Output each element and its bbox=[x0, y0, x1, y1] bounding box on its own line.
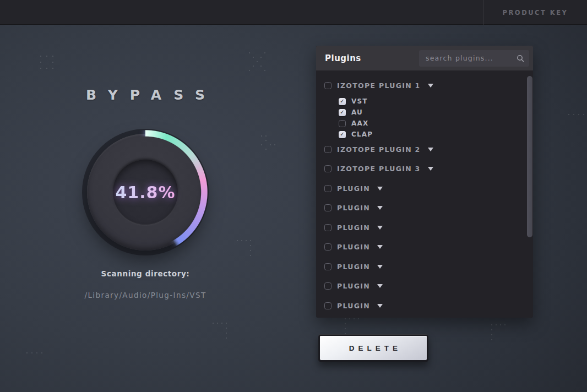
plugin-format-row: AU bbox=[339, 107, 533, 118]
chevron-down-icon[interactable] bbox=[377, 265, 383, 269]
deco-dots bbox=[345, 318, 346, 319]
scanning-label: Scanning directory: bbox=[0, 269, 291, 278]
plugin-label: IZOTOPE PLUGIN 2 bbox=[337, 145, 421, 154]
plugin-search bbox=[419, 50, 529, 67]
plugin-checkbox[interactable] bbox=[324, 185, 331, 192]
deco-dots bbox=[237, 240, 238, 241]
plugin-checkbox[interactable] bbox=[324, 243, 331, 251]
app-background: PRODUCT KEY BYPASS 41.8% Scanning direct… bbox=[0, 0, 587, 392]
plugin-label: AAX bbox=[351, 119, 368, 127]
plugin-row: IZOTOPE PLUGIN 2 bbox=[324, 144, 533, 155]
plugin-label: VST bbox=[351, 97, 368, 105]
plugin-row: PLUGIN bbox=[324, 261, 533, 272]
progress-percent: 41.8% bbox=[115, 183, 175, 202]
delete-button[interactable]: DELETE bbox=[318, 334, 428, 362]
plugin-row: IZOTOPE PLUGIN 1 bbox=[324, 80, 533, 91]
progress-dial: 41.8% bbox=[87, 134, 204, 251]
chevron-down-icon[interactable] bbox=[377, 187, 383, 190]
plugin-row: PLUGIN bbox=[324, 300, 533, 311]
plugin-checkbox[interactable] bbox=[324, 165, 331, 172]
plugin-label: PLUGIN bbox=[337, 204, 370, 212]
plugin-label: PLUGIN bbox=[337, 263, 370, 271]
plugin-format-sublist: VSTAUAAXCLAP bbox=[339, 96, 533, 140]
plugin-checkbox[interactable] bbox=[339, 109, 346, 116]
chevron-down-icon[interactable] bbox=[377, 304, 383, 308]
chevron-down-icon[interactable] bbox=[377, 245, 383, 249]
plugin-label: PLUGIN bbox=[337, 282, 370, 290]
plugin-row: IZOTOPE PLUGIN 3 bbox=[324, 164, 533, 175]
deco-dots bbox=[568, 114, 569, 115]
deco-dots bbox=[491, 324, 492, 325]
plugin-row: PLUGIN bbox=[324, 281, 533, 292]
plugin-label: AU bbox=[351, 108, 363, 116]
plugin-row: PLUGIN bbox=[324, 203, 533, 214]
deco-dots bbox=[249, 52, 250, 53]
plugin-checkbox[interactable] bbox=[339, 131, 346, 138]
plugin-checkbox[interactable] bbox=[324, 302, 331, 309]
plugin-checkbox[interactable] bbox=[324, 82, 331, 89]
plugin-label: CLAP bbox=[351, 130, 373, 138]
plugin-checkbox[interactable] bbox=[324, 146, 331, 153]
chevron-down-icon[interactable] bbox=[428, 84, 433, 88]
deco-dots bbox=[261, 135, 262, 137]
plugin-label: PLUGIN bbox=[337, 243, 370, 251]
progress-dial-center: 41.8% bbox=[113, 160, 178, 225]
deco-dots bbox=[40, 56, 41, 57]
plugin-checkbox[interactable] bbox=[324, 204, 331, 211]
plugins-panel-title: Plugins bbox=[325, 53, 361, 63]
search-input[interactable] bbox=[419, 50, 529, 67]
deco-dots bbox=[26, 352, 28, 353]
product-key-button[interactable]: PRODUCT KEY bbox=[483, 0, 587, 25]
app-title: BYPASS bbox=[0, 87, 291, 103]
deco-dots bbox=[213, 323, 214, 324]
plugin-row: PLUGIN bbox=[324, 242, 533, 253]
delete-button-label: DELETE bbox=[345, 344, 401, 352]
plugins-panel-header: Plugins bbox=[316, 46, 533, 70]
product-key-label: PRODUCT KEY bbox=[503, 9, 568, 17]
plugin-format-row: VST bbox=[339, 96, 533, 107]
chevron-down-icon[interactable] bbox=[377, 206, 383, 210]
plugin-label: PLUGIN bbox=[337, 302, 370, 310]
plugin-format-row: CLAP bbox=[339, 129, 533, 140]
plugin-list: IZOTOPE PLUGIN 1VSTAUAAXCLAPIZOTOPE PLUG… bbox=[316, 70, 533, 318]
plugin-label: IZOTOPE PLUGIN 1 bbox=[337, 81, 421, 90]
top-bar: PRODUCT KEY bbox=[0, 0, 587, 25]
delete-button-face: DELETE bbox=[320, 336, 427, 360]
plugin-row: PLUGIN bbox=[324, 222, 533, 233]
plugin-label: PLUGIN bbox=[337, 184, 370, 193]
plugin-checkbox[interactable] bbox=[339, 120, 346, 127]
plugin-checkbox[interactable] bbox=[324, 224, 331, 231]
plugin-checkbox[interactable] bbox=[324, 263, 331, 270]
plugin-label: IZOTOPE PLUGIN 3 bbox=[337, 165, 421, 173]
chevron-down-icon[interactable] bbox=[377, 226, 383, 230]
chevron-down-icon[interactable] bbox=[377, 284, 383, 288]
plugin-format-row: AAX bbox=[339, 118, 533, 129]
plugin-row: PLUGIN bbox=[324, 183, 533, 194]
plugin-checkbox[interactable] bbox=[324, 282, 331, 290]
chevron-down-icon[interactable] bbox=[428, 148, 433, 151]
chevron-down-icon[interactable] bbox=[428, 167, 433, 171]
scanning-path: /Library/Audio/Plug-Ins/VST bbox=[0, 291, 291, 300]
plugins-panel: Plugins IZOTOPE PLUGIN 1VSTAUAAXCLAPIZOT… bbox=[316, 46, 533, 318]
scrollbar-thumb[interactable] bbox=[527, 76, 532, 237]
plugin-checkbox[interactable] bbox=[339, 98, 346, 105]
plugin-label: PLUGIN bbox=[337, 224, 370, 232]
